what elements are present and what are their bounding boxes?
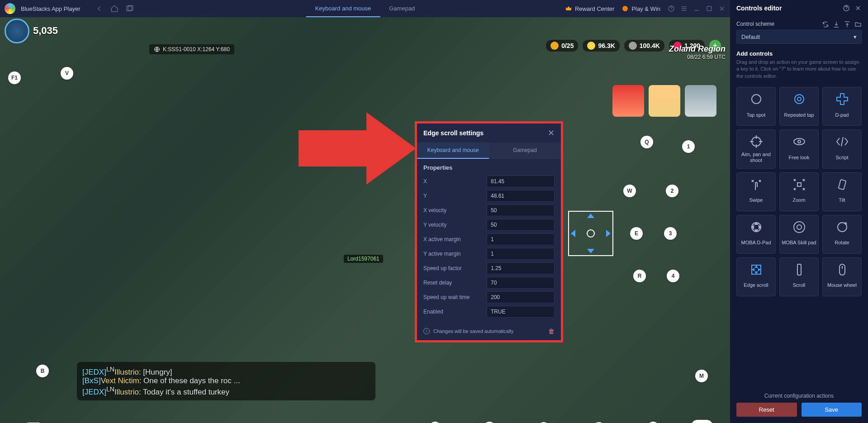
- control-script[interactable]: Script: [822, 129, 862, 168]
- coordinate-display[interactable]: K:SSS1-0010 X:1264 Y:680: [149, 44, 234, 54]
- control-edge-scroll[interactable]: Edge scroll: [736, 257, 776, 296]
- tab-gamepad[interactable]: Gamepad: [380, 0, 424, 17]
- sidebar-title: Controls editor: [736, 5, 843, 12]
- key-m[interactable]: M: [695, 370, 708, 382]
- save-button[interactable]: Save: [802, 403, 862, 417]
- svg-rect-13: [797, 183, 801, 186]
- chip-icon: [621, 5, 629, 12]
- help-icon[interactable]: [668, 5, 675, 12]
- control-aim-pan-shoot[interactable]: Aim, pan and shoot: [736, 129, 776, 168]
- delete-button[interactable]: 🗑: [548, 328, 555, 335]
- svg-point-8: [795, 95, 804, 104]
- key-f1[interactable]: F1: [8, 71, 21, 84]
- folder-icon[interactable]: [854, 21, 862, 28]
- event-thumb-3[interactable]: [685, 85, 716, 117]
- x-input[interactable]: [487, 176, 555, 187]
- event-thumb-1[interactable]: [612, 85, 644, 117]
- power-value: 5,035: [33, 25, 58, 37]
- key-e[interactable]: E: [630, 227, 643, 240]
- bluestacks-logo: [5, 3, 15, 14]
- x-margin-input[interactable]: [487, 233, 555, 245]
- coin-icon: [587, 42, 595, 50]
- chevron-down-icon: ▾: [854, 33, 857, 40]
- control-rotate[interactable]: Rotate: [822, 215, 862, 254]
- game-viewport[interactable]: 5,035 K:SSS1-0010 X:1264 Y:680 0/25 96.3…: [0, 17, 730, 423]
- key-3[interactable]: 3: [664, 227, 677, 240]
- event-thumb-2[interactable]: [649, 85, 680, 117]
- play-win-link[interactable]: Play & Win: [621, 5, 660, 12]
- faction-icon[interactable]: [5, 19, 29, 43]
- control-swipe[interactable]: Swipe: [736, 172, 776, 211]
- dialog-close-button[interactable]: ✕: [548, 128, 555, 138]
- speed-wait-input[interactable]: [487, 291, 555, 303]
- house-icon: [550, 42, 559, 50]
- key-q[interactable]: Q: [640, 136, 653, 148]
- sidebar-help-icon[interactable]: [843, 5, 850, 12]
- key-4[interactable]: 4: [667, 270, 679, 282]
- control-tilt[interactable]: Tilt: [822, 172, 862, 211]
- refresh-icon[interactable]: [822, 21, 829, 28]
- enabled-input[interactable]: [487, 306, 555, 318]
- control-moba-skill[interactable]: MOBA Skill pad: [779, 215, 819, 254]
- svg-point-17: [797, 225, 802, 229]
- chat-line: [JEDX]LNIllustrio: Today it's a stuffed …: [82, 385, 370, 397]
- close-icon[interactable]: [718, 5, 726, 12]
- properties-label: Properties: [423, 164, 555, 171]
- y-input[interactable]: [487, 190, 555, 202]
- key-b[interactable]: B: [36, 365, 49, 377]
- svg-point-16: [794, 222, 805, 233]
- food-resource[interactable]: 100.4K: [624, 40, 664, 52]
- control-mouse-wheel[interactable]: Mouse wheel: [822, 257, 862, 296]
- control-free-look[interactable]: Free look: [779, 129, 819, 168]
- tab-keyboard-mouse[interactable]: Keyboard and mouse: [306, 0, 380, 17]
- controls-editor-sidebar: Controls editor Control scheme Default ▾…: [730, 0, 868, 423]
- svg-rect-21: [840, 264, 845, 275]
- svg-point-9: [797, 97, 801, 101]
- maximize-icon[interactable]: [706, 5, 713, 12]
- y-margin-input[interactable]: [487, 248, 555, 260]
- control-moba-dpad[interactable]: MOBA D-Pad: [736, 215, 776, 254]
- key-w[interactable]: W: [623, 185, 636, 197]
- export-icon[interactable]: [833, 21, 840, 28]
- dialog-tab-keyboard-mouse[interactable]: Keyboard and mouse: [417, 143, 489, 159]
- dialog-tab-gamepad[interactable]: Gamepad: [489, 143, 561, 159]
- gold-resource[interactable]: 96.3K: [583, 40, 619, 52]
- control-repeated-tap[interactable]: Repeated tap: [779, 87, 819, 126]
- app-name: BlueStacks App Player: [21, 5, 81, 12]
- home-icon[interactable]: [110, 5, 119, 13]
- back-icon[interactable]: [95, 5, 103, 13]
- hud-top: 5,035: [5, 22, 726, 40]
- key-tab[interactable]: Tab: [691, 420, 713, 423]
- control-zoom[interactable]: Zoom: [779, 172, 819, 211]
- reset-delay-input[interactable]: [487, 277, 555, 289]
- import-icon[interactable]: [844, 21, 851, 28]
- key-1[interactable]: 1: [682, 140, 695, 153]
- control-tap-spot[interactable]: Tap spot: [736, 87, 776, 126]
- player-nameplate[interactable]: Lord1597061: [344, 255, 383, 263]
- control-dpad[interactable]: D-pad: [822, 87, 862, 126]
- edge-scroll-control[interactable]: [568, 211, 613, 256]
- svg-point-2: [622, 6, 628, 11]
- scheme-dropdown[interactable]: Default ▾: [736, 30, 862, 44]
- speed-factor-input[interactable]: [487, 262, 555, 274]
- key-2[interactable]: 2: [666, 185, 678, 197]
- chat-box[interactable]: [JEDX]LNIllustrio: [Hungry] [BxS]Vext Ni…: [77, 362, 375, 400]
- minimize-icon[interactable]: [693, 5, 700, 12]
- key-r[interactable]: R: [633, 270, 646, 282]
- menu-icon[interactable]: [680, 5, 688, 12]
- reward-center-link[interactable]: Reward Center: [565, 5, 614, 12]
- chat-line: [BxS]Vext Nictim: One of these days the …: [82, 376, 370, 385]
- recent-icon[interactable]: [126, 5, 134, 13]
- edge-scroll-settings-dialog: Edge scroll settings ✕ Keyboard and mous…: [415, 122, 563, 342]
- y-velocity-input[interactable]: [487, 219, 555, 231]
- x-velocity-input[interactable]: [487, 204, 555, 216]
- control-scroll[interactable]: Scroll: [779, 257, 819, 296]
- sidebar-close-icon[interactable]: [854, 5, 862, 12]
- key-v[interactable]: V: [61, 67, 73, 80]
- annotation-arrow: [299, 108, 416, 191]
- builders-resource[interactable]: 0/25: [546, 40, 578, 52]
- svg-point-18: [838, 223, 847, 232]
- svg-point-11: [794, 138, 805, 145]
- scheme-label: Control scheme: [736, 21, 862, 27]
- reset-button[interactable]: Reset: [736, 403, 797, 417]
